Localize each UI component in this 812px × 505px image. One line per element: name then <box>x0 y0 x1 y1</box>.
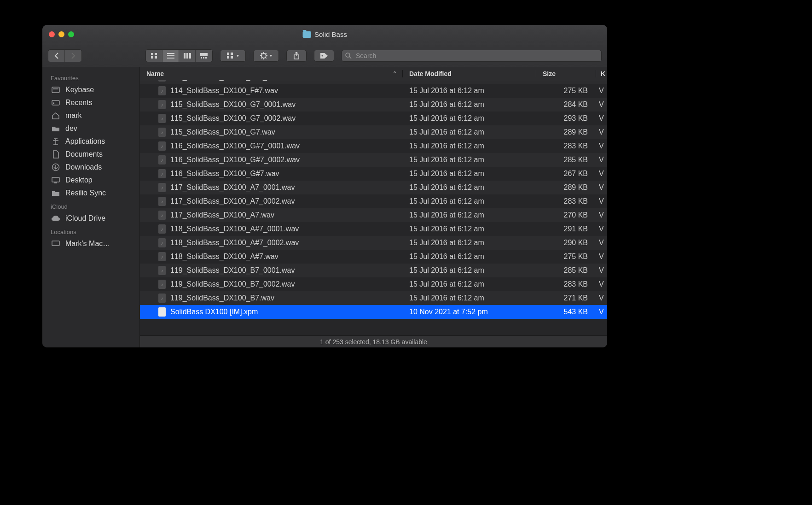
zoom-button[interactable] <box>68 31 74 37</box>
file-row[interactable]: SolidBass DX100 [IM].xpm 10 Nov 2021 at … <box>140 305 607 319</box>
status-text: 1 of 253 selected, 18.13 GB available <box>320 338 427 346</box>
cell-name: 115_SolidBass_DX100_G7_0002.wav <box>140 114 403 123</box>
sidebar-item-mark-s-mac-[interactable]: Mark's Mac… <box>42 237 139 250</box>
file-row[interactable]: 117_SolidBass_DX100_A7_0001.wav 15 Jul 2… <box>140 181 607 194</box>
file-row[interactable]: 118_SolidBass_DX100_A#7_0001.wav 15 Jul … <box>140 222 607 236</box>
column-kind[interactable]: K <box>596 70 607 77</box>
svg-rect-11 <box>201 57 202 59</box>
cell-kind: V <box>596 294 607 302</box>
forward-button[interactable] <box>65 50 81 62</box>
file-row[interactable]: 116_SolidBass_DX100_G#7_0001.wav 15 Jul … <box>140 139 607 153</box>
file-row[interactable]: 116_SolidBass_DX100_G#7_0002.wav 15 Jul … <box>140 153 607 167</box>
svg-rect-8 <box>186 53 188 59</box>
back-button[interactable] <box>48 50 65 62</box>
cell-name: 119_SolidBass_DX100_B7.wav <box>140 294 403 303</box>
file-row[interactable]: 117_SolidBass_DX100_A7.wav 15 Jul 2016 a… <box>140 208 607 222</box>
sidebar-item-label: Documents <box>65 150 103 159</box>
file-row[interactable]: 115_SolidBass_DX100_G7_0002.wav 15 Jul 2… <box>140 112 607 125</box>
sidebar-item-label: Recents <box>65 99 93 107</box>
file-icon <box>158 252 166 261</box>
traffic-lights <box>42 31 74 37</box>
file-row[interactable]: 115_SolidBass_DX100_G7.wav 15 Jul 2016 a… <box>140 125 607 139</box>
sidebar-item-keybase[interactable]: Keybase <box>42 83 139 96</box>
cell-kind: V <box>596 128 607 136</box>
sidebar-item-desktop[interactable]: Desktop <box>42 174 139 187</box>
tags-button[interactable] <box>314 50 334 62</box>
cell-kind: V <box>596 197 607 206</box>
cell-name: 115_SolidBass_DX100_G7.wav <box>140 128 403 137</box>
gallery-view-button[interactable] <box>196 50 212 62</box>
file-row[interactable]: 115_SolidBass_DX100_G7_0001.wav 15 Jul 2… <box>140 98 607 112</box>
search-input[interactable] <box>342 50 602 62</box>
sidebar-item-recents[interactable]: Recents <box>42 96 139 109</box>
cell-name: 116_SolidBass_DX100_G#7_0002.wav <box>140 155 403 164</box>
sidebar-item-label: Downloads <box>65 163 102 171</box>
list-view-button[interactable] <box>162 50 179 62</box>
cell-name: 117_SolidBass_DX100_A7_0001.wav <box>140 183 403 192</box>
file-name: 116_SolidBass_DX100_G#7.wav <box>170 170 279 178</box>
svg-rect-10 <box>200 53 208 56</box>
file-name: 115_SolidBass_DX100_G7_0001.wav <box>170 100 296 109</box>
cell-name: 114_SolidBass_DX100_F#7.wav <box>140 86 403 95</box>
window-title: Solid Bass <box>302 30 347 38</box>
cell-date: 15 Jul 2016 at 6:12 am <box>403 294 536 302</box>
file-row[interactable]: 114_SolidBass_DX100_F#7_0002.wav 15 Jul … <box>140 80 607 84</box>
cell-date: 15 Jul 2016 at 6:12 am <box>403 211 536 219</box>
main-pane: Name ⌃ Date Modified Size K 114_SolidBas… <box>140 67 607 347</box>
docs-icon <box>51 150 61 159</box>
column-name[interactable]: Name ⌃ <box>140 70 403 77</box>
file-row[interactable]: 119_SolidBass_DX100_B7_0001.wav 15 Jul 2… <box>140 264 607 277</box>
status-bar: 1 of 253 selected, 18.13 GB available <box>140 335 607 347</box>
cell-size: 295 KB <box>536 80 596 81</box>
svg-rect-23 <box>53 88 58 89</box>
action-button[interactable]: ▾ <box>253 50 279 62</box>
file-icon <box>158 80 166 82</box>
cell-kind: V <box>596 211 607 219</box>
recents-icon <box>51 100 61 106</box>
sidebar-item-icloud-drive[interactable]: iCloud Drive <box>42 212 139 225</box>
share-button[interactable] <box>286 50 307 62</box>
file-name: 116_SolidBass_DX100_G#7_0002.wav <box>170 156 300 164</box>
sidebar-item-documents[interactable]: Documents <box>42 148 139 161</box>
file-row[interactable]: 118_SolidBass_DX100_A#7.wav 15 Jul 2016 … <box>140 250 607 264</box>
close-button[interactable] <box>49 31 55 37</box>
cell-kind: V <box>596 156 607 164</box>
cell-kind: V <box>596 225 607 233</box>
sidebar-item-resilio-sync[interactable]: Resilio Sync <box>42 187 139 200</box>
column-date[interactable]: Date Modified <box>403 70 536 77</box>
sidebar-item-dev[interactable]: dev <box>42 122 139 135</box>
cell-size: 275 KB <box>536 87 596 95</box>
icon-view-button[interactable] <box>146 50 162 62</box>
file-row[interactable]: 119_SolidBass_DX100_B7_0002.wav 15 Jul 2… <box>140 277 607 291</box>
file-icon <box>158 280 166 289</box>
svg-rect-4 <box>167 53 174 54</box>
desktop-icon <box>51 177 61 183</box>
minimize-button[interactable] <box>58 31 64 37</box>
sidebar-item-mark[interactable]: mark <box>42 109 139 122</box>
file-row[interactable]: 114_SolidBass_DX100_F#7.wav 15 Jul 2016 … <box>140 84 607 98</box>
svg-rect-25 <box>53 102 54 103</box>
sidebar-item-downloads[interactable]: Downloads <box>42 161 139 174</box>
cell-date: 15 Jul 2016 at 6:12 am <box>403 114 536 123</box>
sidebar-item-label: Keybase <box>65 86 94 94</box>
cell-date: 15 Jul 2016 at 6:12 am <box>403 252 536 261</box>
file-icon <box>158 197 166 206</box>
sidebar-item-applications[interactable]: Applications <box>42 135 139 148</box>
file-icon <box>158 238 166 247</box>
cell-date: 15 Jul 2016 at 6:12 am <box>403 170 536 178</box>
svg-rect-26 <box>53 103 54 104</box>
file-row[interactable]: 119_SolidBass_DX100_B7.wav 15 Jul 2016 a… <box>140 291 607 305</box>
svg-rect-7 <box>184 53 186 59</box>
sidebar-item-label: Desktop <box>65 176 93 184</box>
column-size[interactable]: Size <box>536 70 596 77</box>
cell-kind: V <box>596 142 607 150</box>
finder-window: Solid Bass ▾ ▾ <box>42 25 607 347</box>
file-name: 118_SolidBass_DX100_A#7_0001.wav <box>170 225 299 233</box>
column-view-button[interactable] <box>179 50 196 62</box>
file-row[interactable]: 118_SolidBass_DX100_A#7_0002.wav 15 Jul … <box>140 236 607 250</box>
svg-rect-13 <box>205 57 207 59</box>
file-list[interactable]: 114_SolidBass_DX100_F#7_0002.wav 15 Jul … <box>140 80 607 335</box>
file-row[interactable]: 116_SolidBass_DX100_G#7.wav 15 Jul 2016 … <box>140 167 607 181</box>
file-row[interactable]: 117_SolidBass_DX100_A7_0002.wav 15 Jul 2… <box>140 194 607 208</box>
group-button[interactable]: ▾ <box>220 50 246 62</box>
